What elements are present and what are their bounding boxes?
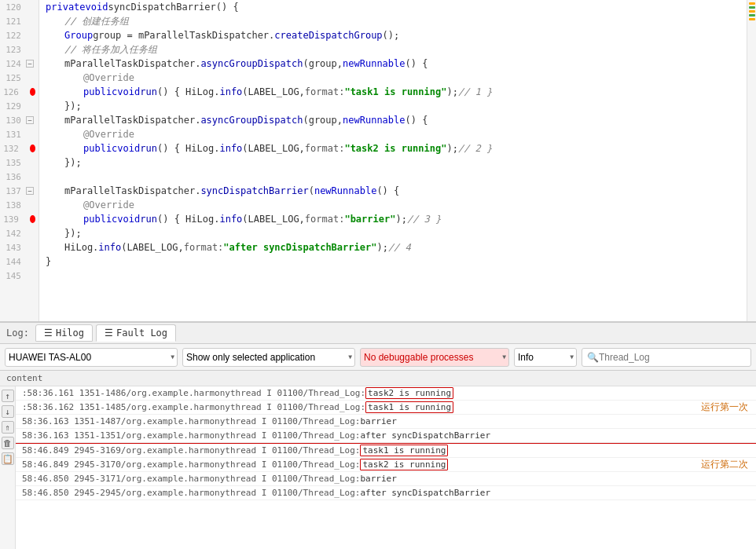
- code-token: group = mParallelTaskDispatcher.: [93, 30, 274, 41]
- log-timestamp: :58:36.162 1351-1485/org.example.harmony…: [22, 402, 365, 412]
- clear-button[interactable]: 🗑: [2, 437, 14, 449]
- log-timestamp: 58:46.850 2945-2945/org.example.harmonyt…: [22, 488, 360, 498]
- code-token: syncDispatchBarrier: [200, 185, 308, 196]
- log-row[interactable]: 58:46.849 2945-3169/org.example.harmonyt…: [16, 443, 756, 458]
- filter-select-wrapper: Show only selected application: [182, 348, 355, 367]
- line-number-row: 137−: [0, 184, 39, 198]
- code-token: () { HiLog.: [157, 214, 219, 225]
- code-token: mParallelTaskDispatcher.: [64, 185, 200, 196]
- log-table[interactable]: :58:36.161 1351-1486/org.example.harmony…: [16, 386, 756, 549]
- code-token: private: [46, 2, 86, 13]
- code-token: ,: [299, 214, 305, 225]
- scroll-down-button[interactable]: ↓: [2, 405, 14, 418]
- code-token: ();: [383, 30, 400, 41]
- scroll-top-button[interactable]: ⇑: [2, 421, 14, 434]
- line-number-row: 132: [0, 141, 39, 156]
- code-token: format:: [184, 242, 224, 253]
- code-token: Runnable: [360, 115, 406, 126]
- code-token: run: [140, 214, 157, 225]
- process-select-wrapper: No debuggable processes: [360, 348, 509, 367]
- code-scrollbar: [747, 0, 756, 321]
- log-row[interactable]: 58:36.163 1351-1487/org.example.harmonyt…: [16, 415, 756, 429]
- code-token: info: [98, 242, 121, 253]
- line-number: 130: [2, 115, 26, 126]
- code-token: ,: [299, 86, 305, 97]
- fold-icon[interactable]: −: [26, 60, 34, 68]
- code-token: format:: [305, 143, 345, 154]
- breakpoint-icon[interactable]: [30, 88, 35, 96]
- code-line: // 创建任务组: [46, 14, 747, 28]
- line-number: 136: [2, 172, 26, 182]
- code-token: (: [121, 242, 127, 253]
- code-line: mParallelTaskDispatcher.asyncGroupDispat…: [46, 57, 747, 71]
- code-token: () { HiLog.: [157, 143, 219, 154]
- copy-button[interactable]: 📋: [2, 452, 14, 465]
- line-number-row: 122: [0, 28, 39, 42]
- log-row[interactable]: :58:36.162 1351-1485/org.example.harmony…: [16, 401, 756, 415]
- breakpoint-icon[interactable]: [30, 215, 35, 223]
- log-row[interactable]: :58:36.161 1351-1486/org.example.harmony…: [16, 386, 756, 401]
- code-token: () {: [406, 58, 428, 69]
- line-number: 142: [2, 229, 26, 239]
- code-token: Runnable: [332, 185, 377, 196]
- code-token: @Override: [83, 199, 134, 210]
- code-token: HiLog.: [64, 242, 98, 253]
- fold-icon[interactable]: −: [26, 187, 34, 195]
- code-token: );: [446, 86, 457, 97]
- line-number: 121: [2, 16, 26, 27]
- line-number: 139: [0, 214, 24, 225]
- log-message-highlighted: task1 is running: [365, 401, 453, 413]
- line-number: 143: [2, 243, 26, 253]
- level-select[interactable]: Info: [514, 348, 577, 367]
- tab-fault-log[interactable]: ☰ Fault Log: [96, 324, 176, 342]
- tab-hilog[interactable]: ☰ Hilog: [35, 324, 93, 342]
- line-number-row: 130−: [0, 113, 39, 127]
- log-message: barrier: [360, 416, 750, 426]
- log-message: barrier: [360, 474, 750, 484]
- search-box[interactable]: 🔍: [582, 348, 751, 367]
- line-number: 125: [2, 73, 26, 83]
- code-token: "task2 is running": [344, 143, 446, 154]
- filter-select[interactable]: Show only selected application: [182, 348, 355, 367]
- code-token: run: [140, 143, 157, 154]
- code-token: info: [219, 214, 242, 225]
- code-token: void: [117, 86, 140, 97]
- search-input[interactable]: [599, 352, 746, 363]
- code-token: (group,: [303, 58, 343, 69]
- line-number-row: 120: [0, 0, 39, 14]
- code-token: asyncGroupDispatch: [200, 58, 303, 69]
- log-row[interactable]: 58:36.163 1351-1351/org.example.harmonyt…: [16, 429, 756, 443]
- code-token: createDispatchGroup: [274, 30, 382, 41]
- line-number-row: 143: [0, 240, 39, 254]
- search-icon: 🔍: [587, 352, 599, 363]
- log-row[interactable]: 58:46.850 2945-2945/org.example.harmonyt…: [16, 486, 756, 500]
- log-sidebar: ↑ ↓ ⇑ 🗑 📋: [0, 386, 16, 549]
- line-number-row: 129: [0, 99, 39, 113]
- log-row[interactable]: 58:46.850 2945-3171/org.example.harmonyt…: [16, 472, 756, 486]
- code-line: }: [46, 254, 747, 269]
- code-lines[interactable]: private void syncDispatchBarrier() {// 创…: [39, 0, 747, 321]
- log-row[interactable]: 58:46.849 2945-3170/org.example.harmonyt…: [16, 458, 756, 472]
- code-line: [46, 170, 747, 184]
- code-token: () {: [376, 185, 399, 196]
- device-select[interactable]: HUAWEI TAS-AL00: [5, 348, 178, 367]
- log-annotation: 运行第二次: [701, 458, 748, 471]
- code-line: });: [46, 226, 747, 240]
- code-line: });: [46, 156, 747, 170]
- line-number-row: 136: [0, 170, 39, 184]
- process-select[interactable]: No debuggable processes: [360, 348, 509, 367]
- code-token: // 1 }: [458, 86, 492, 97]
- code-token: // 4: [388, 242, 411, 253]
- hilog-icon: ☰: [44, 328, 53, 339]
- code-line: // 将任务加入任务组: [46, 42, 747, 57]
- fold-icon[interactable]: −: [26, 116, 34, 124]
- line-number-row: 139: [0, 212, 39, 226]
- code-line: Group group = mParallelTaskDispatcher.cr…: [46, 28, 747, 42]
- line-number: 122: [2, 31, 26, 41]
- code-token: );: [395, 214, 406, 225]
- log-message-highlighted: task2 is running: [365, 387, 453, 399]
- scroll-mark-4: [749, 14, 755, 16]
- scroll-up-button[interactable]: ↑: [2, 390, 14, 402]
- breakpoint-icon[interactable]: [30, 145, 35, 152]
- line-number: 126: [0, 87, 24, 97]
